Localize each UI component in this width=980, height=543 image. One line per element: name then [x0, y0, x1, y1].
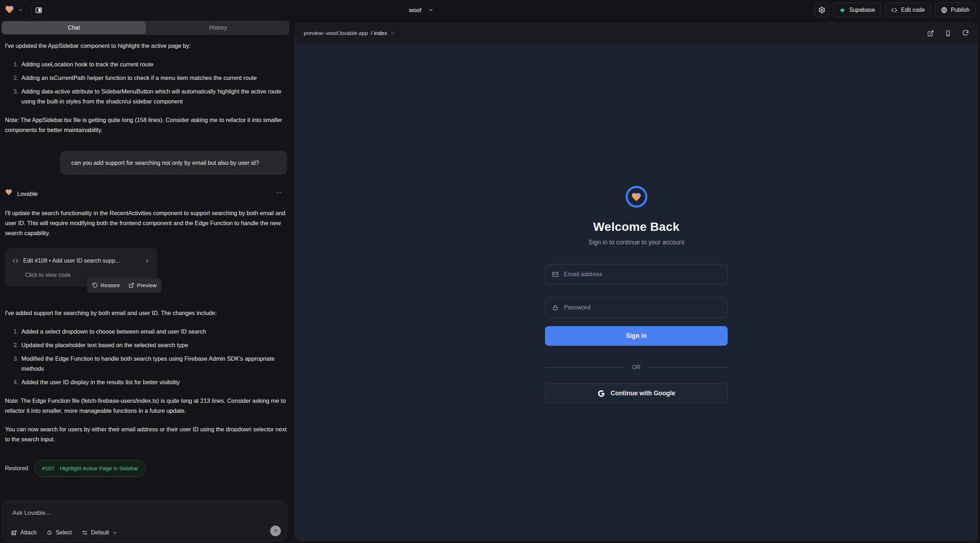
- project-switcher[interactable]: woof: [409, 0, 434, 20]
- chat-messages: I've updated the AppSidebar component to…: [0, 37, 292, 499]
- user-message-bubble: can you add support for searching not on…: [60, 151, 287, 175]
- list-item: Adding data-active attribute to SidebarM…: [20, 86, 287, 106]
- chat-sidebar: Chat History I've updated the AppSidebar…: [0, 20, 292, 543]
- lock-icon: [552, 304, 559, 311]
- project-name: woof: [409, 7, 422, 14]
- select-element-button[interactable]: Select: [46, 529, 72, 536]
- list-item: Added the user ID display in the results…: [20, 377, 287, 387]
- password-placeholder: Password: [564, 304, 591, 311]
- tab-history[interactable]: History: [147, 21, 290, 35]
- restore-icon: [92, 283, 98, 288]
- assistant-name: Lovable: [17, 189, 38, 199]
- preview-panel: preview--woof.lovable.app / index Welcom…: [295, 23, 978, 541]
- topbar-left: [5, 0, 46, 20]
- settings-button[interactable]: [815, 3, 829, 17]
- edit-card-title: Edit #108 • Add user ID search supp...: [23, 256, 120, 266]
- open-in-new-tab-icon[interactable]: [927, 30, 934, 37]
- assistant-note: Note: The AppSidebar.tsx file is getting…: [5, 115, 287, 135]
- or-label: OR: [632, 364, 641, 371]
- locate-icon: [46, 530, 52, 536]
- google-g-icon: [597, 390, 605, 397]
- assistant-paragraph: I've added support for searching by both…: [5, 308, 287, 318]
- mode-selector[interactable]: Default: [82, 529, 117, 536]
- sign-in-button[interactable]: Sign in: [545, 326, 728, 346]
- divider-line: [649, 367, 728, 368]
- email-field[interactable]: Email address: [545, 264, 728, 285]
- code-icon: [891, 7, 897, 14]
- restore-button[interactable]: Restore: [92, 280, 120, 291]
- chevron-down-icon: [390, 31, 395, 36]
- arrow-up-icon: [273, 529, 278, 534]
- more-options-icon[interactable]: [275, 189, 282, 199]
- list-item: Updated the placeholder text based on th…: [20, 340, 287, 350]
- topbar-actions: Supabase Edit code Publish: [815, 3, 976, 17]
- restored-row: Restored #107 Highlight Active Page in S…: [5, 460, 287, 477]
- send-button[interactable]: [270, 526, 281, 536]
- chevron-down-icon: [112, 530, 117, 535]
- supabase-bolt-icon: [839, 7, 846, 14]
- toggle-sidebar-button[interactable]: [31, 3, 46, 17]
- app-logo: [625, 186, 648, 208]
- mail-icon: [552, 271, 559, 278]
- refresh-icon[interactable]: [962, 30, 969, 37]
- list-item: Modified the Edge Function to handle bot…: [20, 354, 287, 373]
- chevron-right-icon[interactable]: [145, 258, 150, 264]
- logo-chevron-down-icon[interactable]: [18, 8, 23, 13]
- or-divider: OR: [545, 364, 728, 371]
- external-link-icon: [129, 283, 134, 288]
- version-badge-text: Highlight Active Page in Sidebar: [60, 464, 138, 473]
- sidebar-tabs: Chat History: [1, 21, 290, 35]
- edit-version-card[interactable]: Edit #108 • Add user ID search supp... C…: [5, 248, 157, 286]
- preview-url: preview--woof.lovable.app: [304, 30, 368, 37]
- list-item: Added a select dropdown to choose betwee…: [20, 326, 287, 337]
- code-icon: [12, 257, 19, 264]
- preview-url-dropdown[interactable]: preview--woof.lovable.app / index: [304, 30, 395, 37]
- panel-left-icon: [35, 6, 43, 14]
- version-badge-id: #107: [42, 464, 54, 473]
- image-plus-icon: [11, 530, 17, 536]
- sliders-icon: [82, 530, 88, 536]
- assistant-list: Added a select dropdown to choose betwee…: [5, 326, 287, 387]
- edit-card-actions: Restore Preview: [87, 278, 162, 293]
- preview-url-bar: preview--woof.lovable.app / index: [295, 23, 977, 43]
- chat-input[interactable]: Ask Lovable...: [13, 510, 51, 517]
- supabase-button[interactable]: Supabase: [833, 3, 881, 17]
- version-badge[interactable]: #107 Highlight Active Page in Sidebar: [35, 460, 146, 477]
- list-item: Adding an isCurrentPath helper function …: [20, 73, 287, 83]
- publish-button[interactable]: Publish: [935, 3, 976, 17]
- preview-app-content: Welcome Back Sign in to continue to your…: [295, 43, 977, 540]
- project-chevron-down-icon: [428, 7, 434, 13]
- edit-code-button[interactable]: Edit code: [885, 3, 931, 17]
- attach-button[interactable]: Attach: [11, 529, 37, 536]
- lovable-avatar-heart-icon: [5, 188, 13, 199]
- topbar: woof Supabase Edit code Publish: [0, 0, 980, 20]
- assistant-note: Note: The Edge Function file (fetch-fire…: [5, 396, 287, 416]
- chat-composer[interactable]: Ask Lovable... Attach Select Default: [2, 500, 287, 541]
- assistant-list: Adding useLocation hook to track the cur…: [5, 59, 287, 106]
- password-field[interactable]: Password: [545, 297, 728, 318]
- gear-icon: [818, 6, 826, 14]
- signin-subtitle: Sign in to continue to your account: [589, 239, 684, 246]
- preview-button[interactable]: Preview: [129, 280, 157, 291]
- assistant-paragraph: You can now search for users by either t…: [5, 424, 287, 444]
- app-heart-icon: [631, 192, 642, 202]
- signin-title: Welcome Back: [593, 220, 679, 234]
- assistant-paragraph: I'll update the search functionality in …: [5, 208, 287, 238]
- tab-chat[interactable]: Chat: [2, 22, 146, 34]
- assistant-paragraph: I've updated the AppSidebar component to…: [5, 41, 287, 51]
- assistant-header: Lovable: [5, 188, 287, 199]
- preview-controls: [927, 30, 969, 37]
- edit-card-header: Edit #108 • Add user ID search supp...: [12, 256, 150, 266]
- list-item: Adding useLocation hook to track the cur…: [20, 59, 287, 69]
- mobile-view-icon[interactable]: [945, 30, 951, 37]
- composer-toolbar: Attach Select Default: [11, 529, 117, 536]
- restored-label: Restored: [5, 464, 28, 473]
- continue-with-google-button[interactable]: Continue with Google: [545, 384, 728, 403]
- lovable-logo-heart-icon[interactable]: [5, 5, 14, 16]
- divider-line: [545, 367, 624, 368]
- email-placeholder: Email address: [564, 271, 602, 278]
- globe-icon: [941, 7, 948, 14]
- preview-route: / index: [371, 30, 387, 37]
